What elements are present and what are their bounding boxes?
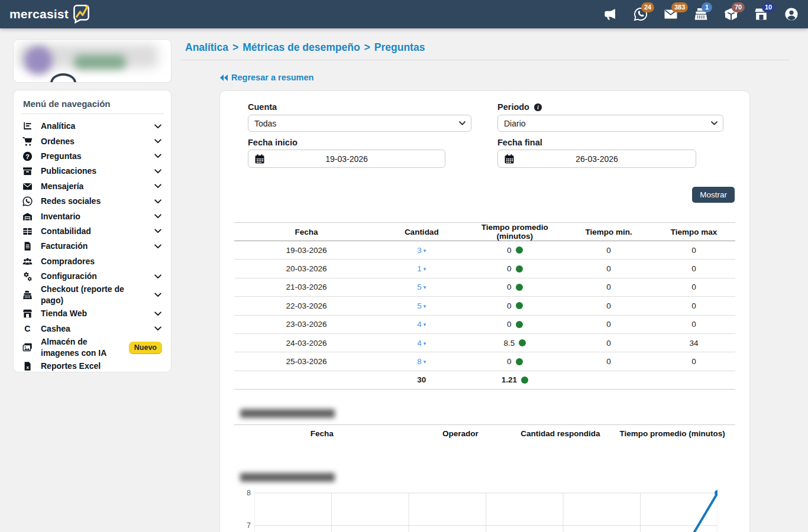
- storefront-badge: 10: [762, 2, 775, 12]
- cell-cantidad: 4▾: [379, 315, 465, 333]
- sidebar-item-facturacion[interactable]: Facturación: [22, 239, 162, 254]
- cantidad-link[interactable]: 8▾: [417, 357, 426, 366]
- table-row: 20-03-20261▾000: [234, 259, 735, 278]
- periodo-select[interactable]: Diario: [498, 115, 723, 131]
- tablegrid-icon: [22, 226, 33, 236]
- sidebar-item-contabilidad[interactable]: Contabilidad: [22, 224, 162, 239]
- caret-down-icon: ▾: [424, 266, 426, 272]
- double-left-arrow-icon: [219, 74, 228, 82]
- cell-fecha: 24-03-2026: [234, 333, 379, 352]
- chevron-down-icon: [154, 310, 162, 318]
- svg-text:C: C: [24, 324, 30, 333]
- cuenta-select-wrap: Todas: [248, 115, 471, 132]
- cantidad-link[interactable]: 5▾: [417, 283, 426, 291]
- open-box-badge: 70: [732, 2, 745, 12]
- gears-icon: [22, 271, 33, 281]
- table-total-row: 301.21: [234, 371, 735, 389]
- cell-promedio: 0: [465, 352, 565, 371]
- redacted-section-title: [240, 409, 335, 418]
- cantidad-link[interactable]: 1▾: [417, 264, 426, 273]
- sidebar-item-label: Reportes Excel: [41, 361, 162, 372]
- mostrar-button[interactable]: Mostrar: [692, 187, 735, 203]
- cash-register-badge: 1: [702, 2, 712, 12]
- cell-fecha: 22-03-2026: [234, 297, 379, 315]
- sidebar-item-analitica[interactable]: Analítica: [22, 119, 162, 134]
- breadcrumb-item-metricas[interactable]: Métricas de desempeño: [243, 41, 360, 53]
- cell-min: 0: [565, 297, 652, 315]
- column-header: Cantidad: [379, 223, 465, 241]
- cash-register-icon[interactable]: 1: [694, 7, 708, 21]
- sidebar-item-label: Ordenes: [41, 136, 146, 147]
- table-row: 25-03-20268▾000: [234, 352, 735, 371]
- cell-promedio: 0: [465, 315, 565, 333]
- chevron-down-icon: [154, 227, 162, 235]
- cell-max: 0: [652, 352, 735, 371]
- chevron-down-icon: [154, 273, 162, 281]
- calendar-icon[interactable]: [504, 154, 515, 164]
- sidebar-item-mensajeria[interactable]: Mensajería: [22, 179, 162, 194]
- periodo-label: Periodo i: [497, 102, 542, 112]
- envelope-icon[interactable]: 383: [664, 7, 678, 21]
- navbar-icon-group: 2438317010: [603, 7, 799, 21]
- top-navbar: mercasist 2438317010: [0, 0, 808, 28]
- svg-text:x: x: [26, 365, 29, 370]
- fecha-inicio-input[interactable]: [265, 154, 428, 164]
- cantidad-link[interactable]: 5▾: [417, 301, 426, 310]
- y-axis-tick-label: 7: [234, 521, 251, 530]
- breadcrumb-item-analitica[interactable]: Analítica: [185, 41, 228, 53]
- sidebar-item-tienda-web[interactable]: Tienda Web: [22, 306, 162, 321]
- table-row: 24-03-20264▾8.5034: [234, 333, 735, 352]
- chevron-down-icon: [154, 167, 162, 176]
- whatsapp-icon[interactable]: 24: [634, 7, 648, 21]
- cuenta-select[interactable]: Todas: [248, 115, 471, 131]
- table-row: 22-03-20265▾000: [234, 297, 735, 315]
- sidebar-item-label: Mensajería: [41, 181, 146, 192]
- column-header: Cantidad respondida: [511, 425, 609, 443]
- cantidad-link[interactable]: 4▾: [417, 320, 426, 329]
- profile-icon[interactable]: [784, 7, 799, 21]
- cell-promedio: 8.5: [465, 333, 565, 352]
- cell-fecha: 19-03-2026: [234, 241, 379, 259]
- caret-down-icon: ▾: [424, 340, 426, 346]
- sidebar-item-almacen-imagenes-ia[interactable]: Almacén de imagenes con IANuevo: [22, 336, 162, 359]
- status-dot-green: [516, 265, 523, 273]
- fecha-inicio-wrap: [248, 150, 445, 168]
- sidebar-item-preguntas[interactable]: ?Preguntas: [22, 149, 162, 164]
- sidebar-item-label: Almacén de imagenes con IA: [41, 336, 121, 359]
- info-icon[interactable]: i: [534, 103, 542, 112]
- sidebar-item-cashea[interactable]: CCashea: [22, 321, 162, 336]
- navigation-menu: Menú de navegación AnalíticaOrdenes?Preg…: [13, 90, 172, 372]
- sidebar-item-ordenes[interactable]: Ordenes: [22, 134, 162, 148]
- sidebar-item-inventario[interactable]: Inventario: [22, 209, 162, 223]
- calendar-icon[interactable]: [254, 154, 265, 164]
- cell-min: 0: [565, 278, 652, 296]
- megaphone-icon[interactable]: [603, 7, 618, 21]
- cantidad-link[interactable]: 3▾: [417, 246, 426, 255]
- cell-max: 0: [652, 315, 735, 333]
- sidebar-item-configuracion[interactable]: Configuración: [22, 269, 162, 284]
- fecha-final-input[interactable]: [515, 154, 679, 164]
- sidebar-item-reportes-excel[interactable]: xReportes Excel: [22, 359, 162, 374]
- storefront-icon[interactable]: 10: [754, 7, 768, 21]
- sidebar-item-compradores[interactable]: Compradores: [22, 254, 162, 269]
- svg-text:i: i: [537, 104, 539, 110]
- excel-icon: x: [22, 361, 33, 371]
- sidebar-item-publicaciones[interactable]: Publicaciones: [22, 164, 162, 179]
- cell-max: 0: [652, 297, 735, 315]
- cell-promedio: 0: [465, 241, 565, 259]
- chevron-down-icon: [154, 122, 162, 131]
- open-box-icon[interactable]: 70: [724, 7, 738, 21]
- brand[interactable]: mercasist: [9, 4, 92, 25]
- breadcrumb-item-preguntas[interactable]: Preguntas: [374, 41, 425, 53]
- svg-text:?: ?: [25, 153, 30, 160]
- sidebar-item-label: Preguntas: [41, 151, 146, 162]
- sidebar-item-checkout[interactable]: Checkout (reporte de pago): [22, 284, 162, 306]
- sidebar-item-label: Cashea: [41, 323, 146, 335]
- sidebar-item-label: Checkout (reporte de pago): [41, 284, 146, 306]
- cell-fecha: 20-03-2026: [234, 259, 379, 278]
- back-to-summary-link[interactable]: Regresar a resumen: [219, 73, 313, 82]
- user-card: [13, 39, 172, 83]
- column-header: Tiempo max: [652, 223, 735, 241]
- cantidad-link[interactable]: 4▾: [417, 339, 426, 348]
- sidebar-item-redes-sociales[interactable]: Redes sociales: [22, 194, 162, 209]
